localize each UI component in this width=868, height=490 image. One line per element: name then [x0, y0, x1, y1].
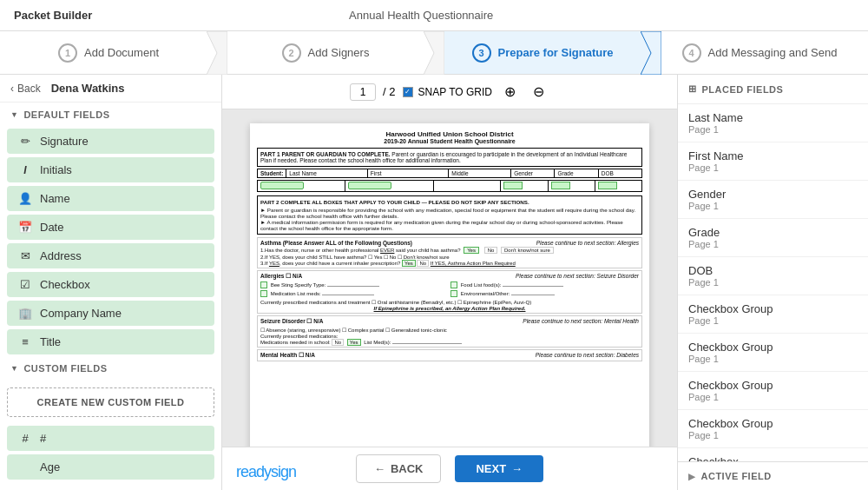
- placed-field-checkbox-group-3[interactable]: Checkbox Group Page 1: [678, 372, 868, 410]
- placed-field-checkbox-group-2[interactable]: Checkbox Group Page 1: [678, 334, 868, 372]
- bottom-bar: readysign ← BACK NEXT →: [222, 447, 677, 490]
- asthma-q3: 3.If YES, does your child have a current…: [260, 261, 639, 266]
- svg-marker-1: [424, 31, 444, 75]
- asthma-no: No: [484, 247, 498, 254]
- signature-icon: ✏: [17, 135, 33, 148]
- grade-field: [549, 181, 595, 191]
- student-label: Student:: [258, 169, 286, 177]
- placed-field-checkbox-group-1[interactable]: Checkbox Group Page 1: [678, 295, 868, 334]
- field-initials[interactable]: I Initials: [7, 157, 214, 182]
- company-icon: 🏢: [17, 307, 33, 320]
- placed-field-name-0: Last Name: [688, 111, 858, 124]
- placed-field-name-5: Checkbox Group: [688, 302, 858, 315]
- doc-form-year: 2019-20 Annual Student Health Questionna…: [257, 138, 642, 144]
- doc-school-name: Harwood Unified Union School District: [257, 130, 642, 138]
- field-date[interactable]: 📅 Date: [7, 215, 214, 240]
- food-line: [503, 286, 563, 287]
- placed-field-gender[interactable]: Gender Page 1: [678, 181, 868, 219]
- placed-field-name-4: DOB: [688, 264, 858, 277]
- placed-field-checkbox-group-4[interactable]: Checkbox Group Page 1: [678, 410, 868, 448]
- page-number-input[interactable]: [350, 83, 376, 101]
- custom-fields-header[interactable]: ▼ CUSTOM FIELDS: [0, 356, 221, 381]
- allergy-env-checkbox: [450, 290, 457, 297]
- student-firstname-col: First: [368, 169, 450, 177]
- seizure-yes: Yes: [347, 339, 361, 346]
- default-fields-chevron: ▼: [10, 110, 18, 119]
- placed-field-last-name[interactable]: Last Name Page 1: [678, 104, 868, 142]
- field-name[interactable]: 👤 Name: [7, 186, 214, 211]
- snap-to-grid-label[interactable]: SNAP TO GRID: [403, 86, 492, 98]
- step-2[interactable]: 2 Add Signers: [217, 31, 434, 74]
- step-4[interactable]: 4 Add Messaging and Send: [651, 31, 868, 74]
- checkbox-icon: ☑: [17, 278, 33, 291]
- doc-part1-header: PART 1 Parent or Guardian To Complete.: [260, 151, 391, 157]
- sidebar-top: ‹ Back Dena Watkins: [0, 75, 221, 103]
- placed-field-page-6: Page 1: [688, 354, 858, 364]
- field-hash[interactable]: # #: [7, 426, 214, 451]
- allergy-med: Medication List meds:: [260, 290, 449, 297]
- placed-field-name-9: Checkbox: [688, 455, 858, 461]
- field-address[interactable]: ✉ Address: [7, 243, 214, 268]
- placed-field-grade[interactable]: Grade Page 1: [678, 219, 868, 257]
- next-label: NEXT: [476, 462, 506, 475]
- default-fields-header[interactable]: ▼ DEFAULT FIELDS: [0, 103, 221, 127]
- placed-field-checkbox[interactable]: Checkbox Page 1: [678, 448, 868, 461]
- seizure-list: [392, 343, 462, 344]
- first-name-field: [345, 181, 433, 191]
- zoom-out-button[interactable]: ⊖: [528, 82, 549, 102]
- active-field-section[interactable]: ▶ ACTIVE FIELD: [678, 461, 868, 490]
- field-company-name[interactable]: 🏢 Company Name: [7, 301, 214, 326]
- field-signature[interactable]: ✏ Signature: [7, 129, 214, 154]
- placed-field-first-name[interactable]: First Name Page 1: [678, 142, 868, 181]
- placed-field-page-3: Page 1: [688, 239, 858, 249]
- step-3-arrow: [641, 31, 661, 75]
- placed-field-name-7: Checkbox Group: [688, 379, 858, 392]
- field-age-label: Age: [40, 460, 60, 473]
- placed-field-name-2: Gender: [688, 188, 858, 201]
- placed-field-name-6: Checkbox Group: [688, 341, 858, 354]
- step-1[interactable]: 1 Add Document: [0, 31, 217, 74]
- field-address-label: Address: [40, 249, 82, 262]
- asthma-title: Asthma (Please Answer ALL of the Followi…: [260, 240, 412, 246]
- snap-checkbox[interactable]: [403, 87, 413, 97]
- field-company-label: Company Name: [40, 307, 122, 320]
- create-btn-label: CREATE NEW CUSTOM FIELD: [37, 397, 185, 407]
- student-grade-col: Grade: [555, 169, 598, 177]
- allergy-note: If Epinephrine is prescribed, an Allergy…: [260, 306, 639, 311]
- next-arrow-icon: →: [511, 462, 523, 475]
- svg-marker-0: [207, 31, 227, 75]
- field-age[interactable]: Age: [7, 454, 214, 480]
- step-3-label: Prepare for Signature: [498, 46, 614, 59]
- field-date-label: Date: [40, 221, 63, 234]
- placed-field-name-8: Checkbox Group: [688, 417, 858, 430]
- seizure-no: No: [332, 339, 344, 346]
- step-3[interactable]: 3 Prepare for Signature: [434, 31, 651, 74]
- create-custom-field-button[interactable]: CREATE NEW CUSTOM FIELD: [7, 387, 214, 417]
- next-button[interactable]: NEXT →: [455, 455, 543, 482]
- main-layout: ‹ Back Dena Watkins ▼ DEFAULT FIELDS ✏ S…: [0, 75, 868, 490]
- back-arrow-icon: ←: [374, 462, 385, 475]
- zoom-in-button[interactable]: ⊕: [499, 82, 521, 102]
- seizure-school: Medications needed in school: No Yes Lis…: [260, 340, 639, 345]
- mental-health-header: Mental Health ☐ N/A Please continue to n…: [260, 352, 639, 359]
- asthma-section: Asthma (Please Answer ALL of the Followi…: [257, 237, 642, 268]
- placed-field-dob[interactable]: DOB Page 1: [678, 257, 868, 295]
- field-checkbox[interactable]: ☑ Checkbox: [7, 272, 214, 297]
- field-checkbox-label: Checkbox: [40, 278, 90, 291]
- student-lastname-col: Last Name: [286, 169, 368, 177]
- field-title[interactable]: ≡ Title: [7, 329, 214, 354]
- placed-field-page-0: Page 1: [688, 124, 858, 135]
- allergy-med-checkbox: [260, 290, 267, 297]
- custom-fields-chevron: ▼: [10, 364, 18, 373]
- sidebar: ‹ Back Dena Watkins ▼ DEFAULT FIELDS ✏ S…: [0, 75, 222, 490]
- seizure-header: Seizure Disorder ☐ N/A Please continue t…: [260, 318, 639, 325]
- step-4-label: Add Messaging and Send: [708, 46, 838, 59]
- back-button[interactable]: ‹ Back: [10, 83, 41, 95]
- back-nav-button[interactable]: ← BACK: [356, 454, 442, 483]
- content-toolbar: / 2 SNAP TO GRID ⊕ ⊖: [222, 75, 677, 109]
- app-name: Packet Builder: [14, 9, 92, 22]
- right-panel: ⊞ PLACED FIELDS Last Name Page 1 First N…: [677, 75, 868, 490]
- grade-highlight: [551, 182, 570, 189]
- asthma-yes2: Yes: [402, 260, 416, 267]
- placed-field-name-1: First Name: [688, 149, 858, 162]
